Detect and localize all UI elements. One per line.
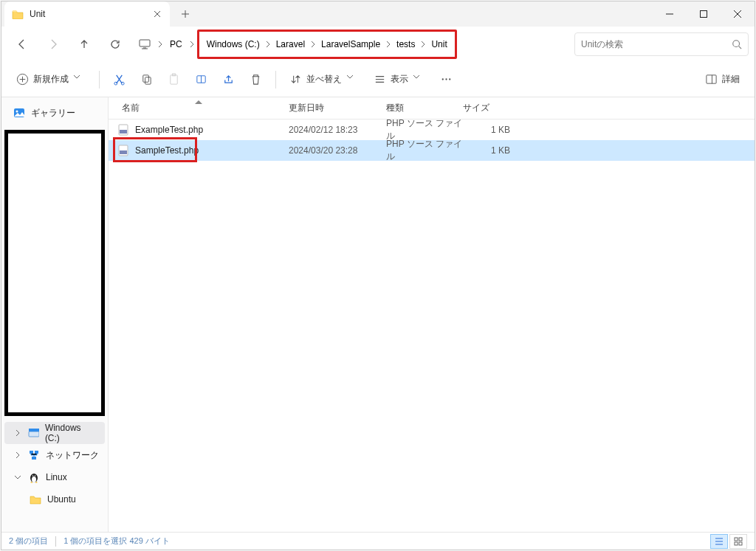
folder-icon	[12, 9, 24, 19]
svg-point-12	[445, 78, 447, 80]
refresh-button[interactable]	[100, 32, 130, 57]
rename-button[interactable]	[190, 68, 212, 91]
chevron-down-icon	[346, 73, 359, 86]
window-controls	[653, 1, 755, 27]
svg-point-24	[32, 475, 34, 477]
more-button[interactable]	[436, 68, 457, 91]
file-size: 1 KB	[463, 125, 515, 135]
back-button[interactable]	[7, 32, 37, 57]
chevron-right-icon	[309, 38, 317, 51]
file-name: ExampleTest.php	[135, 125, 203, 135]
toolbar: 新規作成 並べ替え 表示 詳細	[1, 62, 755, 97]
sidebar-windows-c[interactable]: Windows (C:)	[4, 422, 105, 444]
folder-icon	[30, 494, 41, 505]
new-tab-button[interactable]	[174, 3, 196, 25]
svg-point-11	[442, 78, 444, 80]
chevron-right-icon	[188, 38, 196, 51]
file-size: 1 KB	[463, 145, 515, 156]
view-icons-button[interactable]	[729, 534, 747, 549]
separator	[99, 71, 100, 89]
separator	[275, 71, 276, 89]
svg-point-2	[733, 41, 740, 47]
svg-rect-33	[739, 542, 742, 545]
breadcrumb-pc[interactable]: PC	[165, 33, 187, 55]
sidebar-ubuntu[interactable]: Ubuntu	[1, 488, 108, 510]
column-date[interactable]: 更新日時	[289, 102, 386, 114]
tab-title: Unit	[30, 9, 146, 19]
column-name[interactable]: 名前	[109, 102, 289, 114]
chevron-down-icon[interactable]	[13, 474, 22, 481]
column-size[interactable]: サイズ	[463, 102, 515, 114]
chevron-right-icon	[419, 38, 427, 51]
separator	[55, 536, 56, 547]
share-button[interactable]	[218, 68, 239, 91]
svg-rect-20	[35, 451, 38, 454]
svg-point-13	[449, 78, 450, 80]
maximize-button[interactable]	[687, 1, 721, 27]
status-bar: 2 個の項目 1 個の項目を選択 429 バイト	[1, 532, 755, 550]
delete-button[interactable]	[245, 68, 267, 91]
tab-current[interactable]: Unit	[4, 1, 170, 27]
breadcrumb-item[interactable]: LaravelSample	[317, 33, 385, 55]
breadcrumb-pc-icon[interactable]	[134, 33, 155, 55]
svg-rect-7	[145, 77, 151, 84]
status-selection: 1 個の項目を選択 429 バイト	[63, 536, 170, 547]
forward-button[interactable]	[38, 32, 68, 57]
svg-rect-31	[739, 538, 742, 541]
body: ギャラリー Windows (C:) ネットワーク Linux Ubuntu	[1, 97, 755, 532]
sort-button[interactable]: 並べ替え	[285, 68, 363, 91]
svg-rect-27	[120, 130, 127, 134]
details-pane-button[interactable]: 詳細	[701, 68, 744, 91]
cut-button[interactable]	[109, 68, 130, 91]
network-icon	[28, 450, 40, 460]
svg-rect-18	[29, 429, 39, 432]
sidebar: ギャラリー Windows (C:) ネットワーク Linux Ubuntu	[1, 97, 109, 532]
drive-icon	[28, 428, 39, 438]
tab-close-button[interactable]	[152, 9, 162, 19]
breadcrumb-item[interactable]: Laravel	[272, 33, 309, 55]
column-type[interactable]: 種類	[386, 102, 463, 114]
chevron-down-icon	[413, 73, 425, 86]
breadcrumb-item[interactable]: tests	[392, 33, 419, 55]
minimize-button[interactable]	[653, 1, 687, 27]
chevron-right-icon	[157, 38, 164, 51]
view-details-button[interactable]	[710, 534, 728, 549]
chevron-right-icon	[264, 38, 272, 51]
sidebar-network[interactable]: ネットワーク	[1, 444, 108, 466]
chevron-down-icon	[73, 73, 86, 86]
annotation-highlight: Windows (C:) Laravel LaravelSample tests…	[197, 30, 457, 59]
status-count: 2 個の項目	[9, 536, 48, 547]
file-type: PHP ソース ファイル	[386, 138, 463, 163]
file-row[interactable]: SampleTest.php 2024/03/20 23:28 PHP ソース …	[109, 140, 755, 161]
annotation-highlight	[113, 137, 197, 162]
svg-rect-8	[171, 75, 177, 84]
column-headers: 名前 更新日時 種類 サイズ	[109, 97, 755, 119]
svg-rect-17	[29, 432, 39, 437]
titlebar: Unit	[1, 1, 755, 27]
svg-rect-32	[735, 542, 738, 545]
close-button[interactable]	[721, 1, 755, 27]
svg-rect-19	[30, 451, 33, 454]
gallery-icon	[13, 107, 25, 119]
sidebar-linux[interactable]: Linux	[1, 466, 108, 488]
breadcrumb-item[interactable]: Windows (C:)	[202, 33, 264, 55]
sidebar-gallery[interactable]: ギャラリー	[1, 102, 108, 124]
search-icon	[732, 39, 742, 49]
new-button[interactable]: 新規作成	[12, 68, 90, 91]
file-date: 2024/02/12 18:23	[289, 125, 386, 135]
breadcrumb-item[interactable]: Unit	[427, 33, 451, 55]
view-button[interactable]: 表示	[369, 68, 430, 91]
chevron-right-icon[interactable]	[13, 451, 22, 459]
up-button[interactable]	[69, 32, 99, 57]
svg-rect-21	[32, 457, 36, 460]
chevron-right-icon[interactable]	[13, 429, 22, 437]
file-list-area: 名前 更新日時 種類 サイズ ExampleTest.php 2024/02/1…	[109, 97, 755, 532]
svg-point-25	[35, 475, 36, 477]
paste-button[interactable]	[163, 68, 185, 91]
svg-rect-14	[707, 75, 716, 83]
search-input[interactable]	[581, 39, 732, 49]
breadcrumb[interactable]: PC Windows (C:) Laravel LaravelSample te…	[131, 32, 567, 57]
search-box[interactable]	[574, 32, 749, 56]
file-row[interactable]: ExampleTest.php 2024/02/12 18:23 PHP ソース…	[109, 119, 755, 140]
copy-button[interactable]	[136, 68, 157, 91]
